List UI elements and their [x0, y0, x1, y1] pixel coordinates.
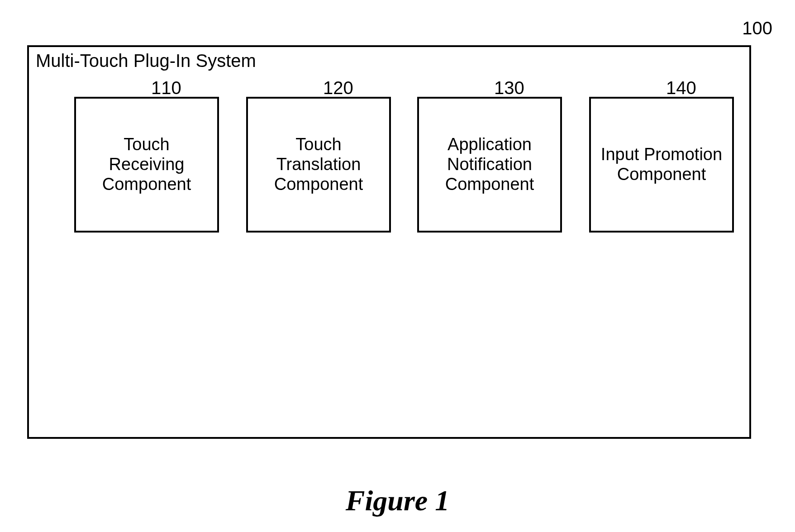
- component-box-touch-receiving: Touch Receiving Component: [74, 97, 219, 233]
- component-label: Touch Translation Component: [257, 135, 380, 194]
- component-ref-130: 130: [494, 78, 524, 98]
- component-label: Application Notification Component: [428, 135, 551, 194]
- system-box: Multi-Touch Plug-In System 110 Touch Rec…: [27, 45, 751, 439]
- component-label: Input Promotion Component: [600, 145, 723, 184]
- component-box-application-notification: Application Notification Component: [417, 97, 562, 233]
- system-ref: 100: [742, 18, 772, 38]
- component-label: Touch Receiving Component: [85, 135, 208, 194]
- component-ref-140: 140: [666, 78, 696, 98]
- system-title: Multi-Touch Plug-In System: [36, 51, 256, 71]
- component-ref-120: 120: [323, 78, 353, 98]
- component-ref-110: 110: [151, 78, 181, 98]
- diagram-canvas: 100 Multi-Touch Plug-In System 110 Touch…: [0, 0, 795, 532]
- component-box-touch-translation: Touch Translation Component: [246, 97, 391, 233]
- component-box-input-promotion: Input Promotion Component: [589, 97, 734, 233]
- figure-caption: Figure 1: [0, 484, 795, 518]
